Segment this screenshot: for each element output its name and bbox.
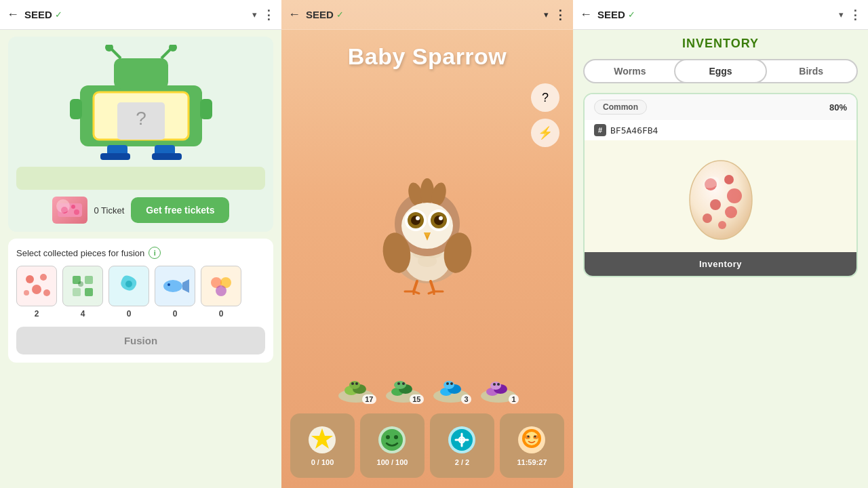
piece-item-2[interactable]: 4 [62, 266, 103, 319]
info-icon[interactable]: i [149, 247, 161, 259]
piece-thumb-2 [62, 266, 103, 306]
right-topbar: ← SEED ✓ ▾ ⋮ [573, 0, 868, 30]
worm-count-3: 3 [461, 394, 471, 404]
piece-count-2: 4 [81, 309, 85, 319]
svg-point-36 [167, 283, 170, 286]
svg-point-32 [125, 281, 132, 287]
slot-tool[interactable]: 2 / 2 [430, 413, 494, 478]
svg-point-99 [381, 429, 403, 451]
piece-count-3: 0 [127, 309, 132, 319]
middle-verified-icon: ✓ [336, 9, 344, 20]
piece-item-1[interactable]: 2 [16, 266, 57, 319]
piece-item-5[interactable]: 0 [201, 266, 241, 319]
worm-item-4[interactable]: 1 [480, 377, 517, 403]
egg-id-row: # BF5A46FB4 [585, 120, 856, 140]
inventory-title: INVENTORY [583, 37, 858, 51]
svg-point-46 [418, 255, 437, 267]
boost-button[interactable]: ⚡ [531, 119, 559, 147]
svg-point-121 [718, 221, 726, 229]
bird-area: ? ⚡ [281, 70, 573, 377]
worm-item-3[interactable]: 3 [433, 377, 470, 403]
svg-point-88 [446, 382, 449, 385]
svg-rect-29 [85, 288, 93, 296]
svg-rect-4 [114, 58, 168, 89]
svg-point-77 [355, 382, 358, 385]
worm-count-1: 17 [362, 394, 376, 404]
slot-timer-label: 11:59:27 [517, 458, 547, 466]
slot-food-label: 0 / 100 [311, 458, 334, 466]
slot-tool-label: 2 / 2 [455, 458, 469, 466]
svg-point-24 [43, 289, 50, 296]
piece-thumb-5 [201, 266, 241, 306]
left-more-icon[interactable]: ⋮ [262, 7, 275, 22]
worms-row: 17 15 [324, 377, 531, 403]
middle-back-button[interactable]: ← [288, 7, 300, 22]
bottom-slots: 0 / 100 100 / 100 [281, 408, 573, 488]
right-title-area: SEED ✓ [597, 9, 833, 20]
pct-badge: 80% [829, 102, 847, 113]
slot-food[interactable]: 0 / 100 [290, 413, 355, 478]
svg-point-76 [351, 382, 354, 385]
right-more-icon[interactable]: ⋮ [849, 7, 861, 22]
svg-point-23 [24, 290, 29, 296]
piece-count-4: 0 [173, 309, 178, 319]
svg-point-101 [394, 435, 398, 439]
fusion-button[interactable]: Fusion [16, 327, 265, 354]
tab-birds[interactable]: Birds [766, 60, 856, 82]
ticket-count-label: 0 Ticket [94, 205, 125, 216]
worm-item-2[interactable]: 15 [385, 377, 422, 403]
machine-svg: ? [60, 45, 222, 160]
common-badge: Common [594, 100, 647, 115]
puzzle-pieces-row: 2 4 [16, 266, 265, 319]
worm-item-1[interactable]: 17 [338, 377, 375, 403]
help-button[interactable]: ? [531, 83, 559, 112]
middle-panel: ← SEED ✓ ▾ ⋮ Baby Sparrow [281, 0, 573, 488]
piece-item-3[interactable]: 0 [108, 266, 149, 319]
svg-point-30 [78, 281, 83, 287]
svg-point-112 [528, 436, 530, 438]
search-bar[interactable] [16, 167, 265, 190]
svg-point-94 [493, 383, 496, 386]
right-app-title: SEED [597, 9, 625, 20]
slot-timer[interactable]: 11:59:27 [500, 413, 564, 478]
get-tickets-button[interactable]: Get free tickets [131, 197, 229, 223]
svg-point-116 [724, 175, 734, 184]
svg-point-40 [216, 285, 226, 296]
svg-point-95 [497, 383, 500, 386]
tab-eggs[interactable]: Eggs [674, 59, 768, 83]
ticket-row: 0 Ticket Get free tickets [16, 197, 265, 224]
left-chevron-icon[interactable]: ▾ [252, 9, 257, 20]
svg-point-21 [40, 274, 47, 281]
fusion-section: Select collected pieces for fusion i [8, 239, 273, 363]
bird-title: Baby Sparrow [348, 43, 507, 70]
right-body: INVENTORY Worms Eggs Birds Common 80% # … [573, 30, 868, 284]
slot-face[interactable]: 100 / 100 [360, 413, 425, 478]
piece-count-1: 2 [35, 309, 39, 319]
ticket-image [52, 197, 87, 224]
svg-point-17 [71, 205, 75, 209]
action-buttons: ? ⚡ [531, 83, 559, 147]
middle-chevron-icon[interactable]: ▾ [544, 9, 549, 20]
svg-line-64 [414, 281, 417, 291]
right-chevron-icon[interactable]: ▾ [839, 9, 844, 20]
piece-item-4[interactable]: 0 [155, 266, 195, 319]
left-verified-icon: ✓ [55, 9, 62, 20]
svg-point-87 [443, 381, 454, 389]
right-panel: ← SEED ✓ ▾ ⋮ INVENTORY Worms Eggs Birds … [573, 0, 868, 488]
inventory-button[interactable]: Inventory [585, 252, 856, 276]
svg-rect-27 [85, 276, 93, 284]
svg-point-119 [725, 206, 737, 218]
machine-illustration: ? [53, 45, 229, 160]
svg-point-34 [163, 280, 182, 292]
right-back-button[interactable]: ← [580, 7, 592, 22]
left-back-button[interactable]: ← [7, 7, 19, 22]
middle-more-icon[interactable]: ⋮ [554, 7, 566, 22]
piece-count-5: 0 [219, 309, 224, 319]
right-verified-icon: ✓ [628, 9, 635, 20]
fusion-header: Select collected pieces for fusion i [16, 247, 265, 259]
svg-line-65 [431, 281, 434, 291]
slot-face-label: 100 / 100 [377, 458, 408, 466]
tab-worms[interactable]: Worms [585, 60, 675, 82]
svg-text:?: ? [136, 108, 146, 129]
svg-point-20 [26, 275, 34, 283]
